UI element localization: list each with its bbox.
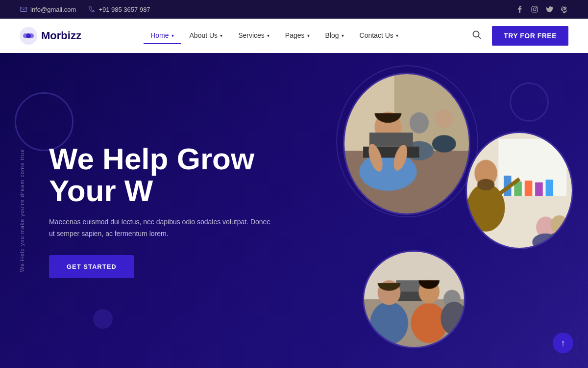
nav-item-about[interactable]: About Us ▾ — [183, 27, 230, 44]
chevron-down-icon: ▾ — [342, 33, 344, 38]
nav-item-pages[interactable]: Pages ▾ — [278, 27, 317, 44]
phone-icon — [88, 5, 96, 13]
search-icon[interactable] — [467, 30, 486, 42]
nav-label-blog: Blog — [325, 31, 339, 39]
phone-contact[interactable]: +91 985 3657 987 — [88, 5, 150, 13]
scroll-top-button[interactable]: ↑ — [553, 333, 573, 353]
nav-item-services[interactable]: Services ▾ — [231, 27, 276, 44]
svg-point-2 — [533, 8, 536, 11]
nav-label-contact: Contact Us — [360, 31, 393, 39]
arrow-up-icon: ↑ — [561, 338, 565, 348]
hero-image-1 — [343, 73, 470, 215]
nav-label-home: Home — [150, 31, 169, 39]
email-icon — [20, 5, 27, 13]
hero-subtitle: Maecenas euismod dui lectus, nec dapibus… — [49, 216, 274, 240]
svg-point-7 — [26, 33, 31, 38]
svg-line-9 — [478, 36, 481, 39]
nav-item-contact[interactable]: Contact Us ▾ — [353, 27, 405, 44]
facebook-icon[interactable] — [515, 5, 524, 14]
twitter-icon[interactable] — [545, 5, 554, 14]
navbar: Morbizz Home ▾ About Us ▾ Services ▾ Pag… — [0, 19, 588, 53]
svg-rect-1 — [532, 6, 538, 12]
email-text: info@gmail.com — [30, 6, 76, 13]
chevron-down-icon: ▾ — [396, 33, 398, 38]
email-contact[interactable]: info@gmail.com — [20, 5, 76, 13]
nav-label-pages: Pages — [285, 31, 305, 39]
nav-label-about: About Us — [190, 31, 218, 39]
chevron-down-icon: ▾ — [220, 33, 222, 38]
deco-circle-small — [93, 309, 113, 329]
hero-image-2 — [466, 131, 573, 249]
nav-links: Home ▾ About Us ▾ Services ▾ Pages ▾ Blo… — [144, 27, 405, 44]
phone-text: +91 985 3657 987 — [98, 6, 150, 13]
nav-item-blog[interactable]: Blog ▾ — [318, 27, 351, 44]
wave-decoration — [490, 270, 588, 368]
social-icons — [515, 5, 568, 14]
chevron-down-icon: ▾ — [172, 33, 174, 38]
pinterest-icon[interactable] — [560, 5, 568, 14]
hero-section: We Help you make you're dream come true … — [0, 53, 588, 368]
get-started-button[interactable]: GET STARTED — [49, 255, 134, 278]
logo-text: Morbizz — [41, 29, 81, 42]
hero-title-line2: Your W — [49, 174, 153, 208]
hero-content: We Help Grow Your W Maecenas euismod dui… — [0, 143, 274, 279]
hero-title-line1: We Help Grow — [49, 142, 254, 176]
hero-title: We Help Grow Your W — [49, 143, 274, 207]
nav-label-services: Services — [238, 31, 265, 39]
svg-point-8 — [473, 31, 479, 37]
topbar: info@gmail.com +91 985 3657 987 — [0, 0, 588, 19]
chevron-down-icon: ▾ — [307, 33, 310, 38]
hero-image-3 — [363, 250, 466, 348]
nav-item-home[interactable]: Home ▾ — [144, 27, 180, 44]
instagram-icon[interactable] — [530, 5, 539, 14]
chevron-down-icon: ▾ — [267, 33, 270, 38]
logo[interactable]: Morbizz — [20, 27, 81, 45]
try-free-button[interactable]: TRY FOR FREE — [492, 26, 568, 46]
topbar-contact: info@gmail.com +91 985 3657 987 — [20, 5, 150, 13]
svg-point-3 — [536, 7, 537, 8]
